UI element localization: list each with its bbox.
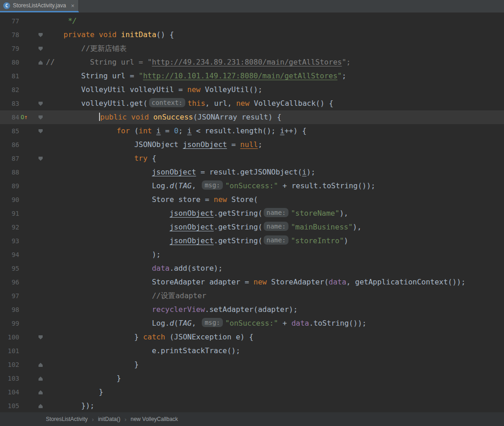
code-token: String url = bbox=[81, 71, 138, 80]
code-line-97[interactable]: 97 //设置adapter bbox=[0, 289, 504, 303]
fold-marker-down-icon[interactable] bbox=[39, 115, 43, 120]
code-line-90[interactable]: 90 Store store = new Store( bbox=[0, 193, 504, 207]
line-number[interactable]: 99 bbox=[0, 317, 19, 330]
code-line-78[interactable]: 78 private void initData() { bbox=[0, 28, 504, 42]
code-line-101[interactable]: 101 e.printStackTrace(); bbox=[0, 344, 504, 358]
fold-marker-up-icon[interactable] bbox=[39, 390, 43, 394]
code-token: jsonObject bbox=[152, 168, 196, 176]
fold-marker-down-icon[interactable] bbox=[39, 33, 43, 37]
code-line-94[interactable]: 94 ); bbox=[0, 248, 504, 262]
line-number[interactable]: 85 bbox=[0, 124, 19, 138]
code-token: .add(store); bbox=[170, 264, 223, 273]
breadcrumb-item[interactable]: initData() bbox=[98, 416, 121, 422]
overriding-method-icon[interactable]: O↑ bbox=[21, 110, 28, 124]
code-line-77[interactable]: 77 */ bbox=[0, 14, 504, 28]
code-line-85[interactable]: 85 for (int i = 0; i < result.length(); … bbox=[0, 124, 504, 138]
code-token bbox=[152, 126, 156, 135]
line-number[interactable]: 101 bbox=[0, 344, 19, 358]
code-token: VolleyCallback() { bbox=[249, 99, 333, 108]
code-line-105[interactable]: 105 }); bbox=[0, 399, 504, 412]
line-number[interactable]: 78 bbox=[0, 28, 19, 42]
fold-marker-down-icon[interactable] bbox=[39, 335, 43, 339]
line-number[interactable]: 98 bbox=[0, 303, 19, 317]
code-line-96[interactable]: 96 StoreAdapter adapter = new StoreAdapt… bbox=[0, 275, 504, 289]
code-token: Store( bbox=[227, 195, 258, 204]
line-number[interactable]: 83 bbox=[0, 97, 19, 110]
line-number[interactable]: 102 bbox=[0, 358, 19, 371]
line-number[interactable]: 103 bbox=[0, 371, 19, 385]
code-token: this bbox=[188, 99, 205, 108]
code-token: " bbox=[138, 71, 143, 80]
line-number[interactable]: 96 bbox=[0, 275, 19, 289]
fold-marker-down-icon[interactable] bbox=[39, 102, 43, 106]
code-line-89[interactable]: 89 Log.d(TAG, msg:"onSuccess:" + result.… bbox=[0, 179, 504, 193]
line-number[interactable]: 79 bbox=[0, 42, 19, 55]
code-line-100[interactable]: 100 } catch (JSONException e) { bbox=[0, 330, 504, 344]
line-number[interactable]: 91 bbox=[0, 207, 19, 220]
fold-marker-down-icon[interactable] bbox=[39, 157, 43, 161]
code-token: try bbox=[134, 154, 148, 163]
code-text: StoreAdapter adapter = new StoreAdapter(… bbox=[46, 275, 465, 289]
code-line-98[interactable]: 98 recyclerView.setAdapter(adapter); bbox=[0, 303, 504, 317]
code-token: catch bbox=[143, 333, 165, 341]
line-number[interactable]: 104 bbox=[0, 385, 19, 399]
code-line-92[interactable]: 92 jsonObject.getString(name:"mainBusine… bbox=[0, 220, 504, 234]
code-token: ( bbox=[130, 126, 138, 135]
line-number[interactable]: 105 bbox=[0, 399, 19, 412]
code-line-93[interactable]: 93 jsonObject.getString(name:"storeIntro… bbox=[0, 234, 504, 248]
gutter-icons bbox=[19, 234, 46, 248]
code-line-88[interactable]: 88 jsonObject = result.getJSONObject(i); bbox=[0, 165, 504, 179]
code-token: onSuccess bbox=[153, 113, 193, 121]
line-number[interactable]: 77 bbox=[0, 14, 19, 28]
close-icon[interactable]: × bbox=[71, 2, 75, 9]
code-line-87[interactable]: 87 try { bbox=[0, 152, 504, 165]
code-token: jsonObject bbox=[170, 223, 214, 231]
line-number[interactable]: 82 bbox=[0, 83, 19, 97]
line-number[interactable]: 88 bbox=[0, 165, 19, 179]
code-token: ; bbox=[258, 140, 262, 149]
code-line-102[interactable]: 102 } bbox=[0, 358, 504, 371]
code-line-104[interactable]: 104 } bbox=[0, 385, 504, 399]
code-line-99[interactable]: 99 Log.d(TAG, msg:"onSuccess:" + data.to… bbox=[0, 317, 504, 330]
tab-storeslistactivity[interactable]: C StoresListActivity.java × bbox=[0, 0, 79, 12]
fold-marker-up-icon[interactable] bbox=[39, 363, 43, 367]
code-line-91[interactable]: 91 jsonObject.getString(name:"storeName"… bbox=[0, 207, 504, 220]
line-number[interactable]: 87 bbox=[0, 152, 19, 165]
code-token: } bbox=[134, 360, 139, 369]
fold-marker-down-icon[interactable] bbox=[39, 129, 43, 133]
code-text: Log.d(TAG, msg:"onSuccess:" + data.toStr… bbox=[46, 317, 366, 330]
line-number[interactable]: 100 bbox=[0, 330, 19, 344]
breadcrumb-item[interactable]: new VolleyCallback bbox=[131, 416, 178, 422]
line-number[interactable]: 86 bbox=[0, 138, 19, 152]
code-line-103[interactable]: 103 } bbox=[0, 371, 504, 385]
code-token: i bbox=[280, 126, 285, 135]
line-number[interactable]: 92 bbox=[0, 220, 19, 234]
line-number[interactable]: 95 bbox=[0, 262, 19, 275]
breadcrumb-item[interactable]: StoresListActivity bbox=[46, 416, 88, 422]
code-line-86[interactable]: 86 JSONObject jsonObject = null; bbox=[0, 138, 504, 152]
line-number[interactable]: 97 bbox=[0, 289, 19, 303]
code-token: " bbox=[338, 71, 342, 80]
code-line-79[interactable]: 79 //更新店铺表 bbox=[0, 42, 504, 55]
fold-marker-up-icon[interactable] bbox=[39, 377, 43, 381]
fold-marker-up-icon[interactable] bbox=[39, 404, 43, 408]
code-line-83[interactable]: 83 volleyUtil.get(context:this, url, new… bbox=[0, 97, 504, 110]
code-line-84[interactable]: 84O↑ public void onSuccess(JSONArray res… bbox=[0, 110, 504, 124]
line-number[interactable]: 90 bbox=[0, 193, 19, 207]
fold-marker-up-icon[interactable] bbox=[39, 60, 43, 65]
gutter-icons bbox=[19, 330, 46, 344]
fold-marker-down-icon[interactable] bbox=[39, 47, 43, 51]
line-number[interactable]: 94 bbox=[0, 248, 19, 262]
code-line-95[interactable]: 95 data.add(store); bbox=[0, 262, 504, 275]
code-line-80[interactable]: 80// String url = "http://49.234.89.231:… bbox=[0, 55, 504, 69]
code-token bbox=[116, 30, 121, 39]
line-number[interactable]: 81 bbox=[0, 69, 19, 83]
line-number[interactable]: 84 bbox=[0, 110, 19, 124]
line-number[interactable]: 80 bbox=[0, 55, 19, 69]
code-line-82[interactable]: 82 VolleyUtil volleyUtil = new VolleyUti… bbox=[0, 83, 504, 97]
line-number[interactable]: 93 bbox=[0, 234, 19, 248]
gutter-icons bbox=[19, 371, 46, 385]
gutter-icons bbox=[19, 317, 46, 330]
line-number[interactable]: 89 bbox=[0, 179, 19, 193]
code-line-81[interactable]: 81 String url = "http://10.101.149.127:8… bbox=[0, 69, 504, 83]
